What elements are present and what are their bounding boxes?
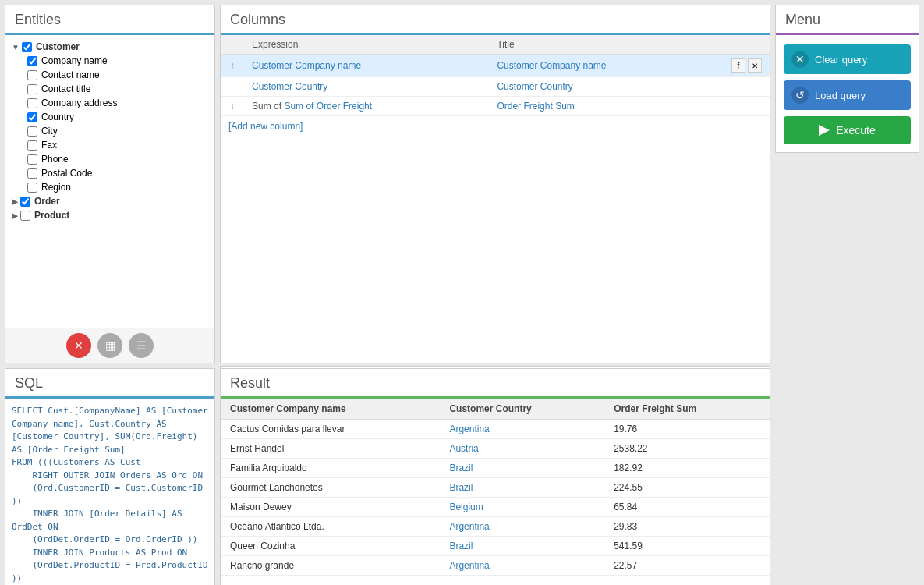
table-row: ↓ Sum of Sum of Order Freight Order Frei… [221, 97, 770, 116]
delete-button[interactable]: ✕ [66, 333, 91, 358]
entities-tree: ▼ Customer Company name Contact name Con… [5, 35, 214, 328]
result-country: Argentina [440, 420, 604, 439]
execute-label: Execute [836, 124, 876, 136]
checkbox-company-name[interactable] [27, 56, 37, 66]
checkbox-fax[interactable] [27, 140, 37, 151]
columns-button[interactable]: ☰ [129, 333, 154, 358]
sql-panel: SQL SELECT Cust.[CompanyName] AS [Custom… [5, 368, 215, 585]
execute-button[interactable]: Execute [784, 116, 911, 144]
col-title-header: Title [489, 35, 770, 55]
label-order: Order [34, 196, 60, 207]
load-icon: ↺ [791, 87, 809, 104]
sql-text: SELECT Cust.[CompanyName] AS [Customer C… [12, 405, 208, 585]
result-company: Ernst Handel [221, 439, 440, 459]
result-freight: 19.76 [604, 420, 770, 439]
customer-children: Company name Contact name Contact title … [9, 54, 211, 194]
tree-item-region[interactable]: Region [24, 180, 211, 194]
label-product: Product [34, 210, 69, 221]
result-freight: 29.83 [604, 517, 770, 537]
result-company: Océano Atlántico Ltda. [221, 517, 440, 537]
col-sort-header [221, 35, 244, 55]
label-company-address: Company address [41, 98, 117, 108]
columns-panel: Columns Expression Title ↑ Customer Comp… [220, 5, 770, 363]
result-company: Gourmet Lanchonetes [221, 478, 440, 498]
label-fax: Fax [41, 140, 57, 151]
tree-item-company-name[interactable]: Company name [24, 54, 211, 68]
of-label: of [274, 101, 284, 112]
checkbox-product[interactable] [20, 211, 30, 221]
label-phone: Phone [41, 154, 69, 165]
col-expression-1[interactable]: Customer Company name [244, 55, 489, 77]
table-row: Maison DeweyBelgium65.84 [221, 498, 770, 517]
load-query-button[interactable]: ↺ Load query [784, 80, 911, 110]
sql-content: SELECT Cust.[CompanyName] AS [Customer C… [5, 399, 214, 585]
tree-item-phone[interactable]: Phone [24, 152, 211, 166]
table-row: Rancho grandeArgentina22.57 [221, 556, 770, 576]
arrow-product: ▶ [12, 211, 18, 220]
result-freight: 65.84 [604, 498, 770, 517]
tree-item-city[interactable]: City [24, 124, 211, 138]
result-company: Queen Cozinha [221, 537, 440, 556]
sort-down-icon[interactable]: ↓ [221, 97, 244, 116]
menu-inner: Menu ✕ Clear query ↺ Load query Execute [775, 5, 919, 153]
checkbox-order[interactable] [20, 197, 30, 207]
tree-item-order[interactable]: ▶ Order [9, 194, 211, 208]
arrow-customer: ▼ [12, 43, 19, 51]
col-title-1: Customer Company name f ✕ [489, 55, 770, 77]
label-contact-name: Contact name [41, 69, 100, 80]
col-title-text-1: Customer Company name [497, 60, 606, 71]
label-city: City [41, 126, 58, 136]
entities-footer: ✕ ▦ ☰ [5, 328, 214, 363]
col-title-2: Customer Country [489, 77, 770, 97]
result-country: Brazil [440, 478, 604, 498]
tree-item-fax[interactable]: Fax [24, 138, 211, 152]
col-expression-3[interactable]: Sum of Sum of Order Freight [244, 97, 489, 116]
checkbox-postal-code[interactable] [27, 168, 37, 179]
customer-label: Customer [36, 41, 80, 52]
label-postal-code: Postal Code [41, 168, 92, 179]
tree-item-customer[interactable]: ▼ Customer [9, 40, 211, 54]
result-company: Rancho grande [221, 556, 440, 576]
table-row: Familia ArquibaldoBrazil182.92 [221, 459, 770, 478]
result-table-wrapper[interactable]: Customer Company name Customer Country O… [221, 399, 770, 585]
checkbox-contact-title[interactable] [27, 84, 37, 94]
clear-query-label: Clear query [815, 54, 867, 66]
tree-item-product[interactable]: ▶ Product [9, 208, 211, 222]
col-expression-header: Expression [244, 35, 489, 55]
checkbox-company-address[interactable] [27, 98, 37, 108]
clear-icon: ✕ [791, 51, 809, 68]
checkbox-phone[interactable] [27, 154, 37, 165]
sort-up-icon[interactable]: ↑ [221, 55, 244, 77]
menu-title: Menu [776, 5, 919, 35]
order-freight-link[interactable]: Sum of Order Freight [284, 101, 372, 112]
result-freight: 22.57 [604, 556, 770, 576]
result-header-country: Customer Country [440, 399, 604, 420]
add-column-link[interactable]: [Add new column] [221, 116, 770, 136]
label-company-name: Company name [41, 55, 108, 66]
clear-query-button[interactable]: ✕ Clear query [784, 44, 911, 74]
checkbox-contact-name[interactable] [27, 70, 37, 80]
result-header-company: Customer Company name [221, 399, 440, 420]
result-country: Belgium [440, 498, 604, 517]
play-icon [819, 125, 830, 136]
tree-item-company-address[interactable]: Company address [24, 96, 211, 110]
result-freight: 182.92 [604, 459, 770, 478]
tree-item-country[interactable]: Country [24, 110, 211, 124]
tree-item-contact-title[interactable]: Contact title [24, 82, 211, 96]
tree-item-postal-code[interactable]: Postal Code [24, 166, 211, 180]
result-company: Cactus Comidas para llevar [221, 420, 440, 439]
table-row: Customer Country Customer Country [221, 77, 770, 97]
sql-title: SQL [5, 369, 214, 399]
tree-item-contact-name[interactable]: Contact name [24, 68, 211, 82]
col-remove-btn-1[interactable]: ✕ [748, 58, 762, 73]
table-button[interactable]: ▦ [97, 333, 122, 358]
col-title-text-3: Order Freight Sum [497, 101, 574, 112]
sort-none-2 [221, 77, 244, 97]
col-func-btn-1[interactable]: f [731, 58, 745, 73]
checkbox-country[interactable] [27, 112, 37, 122]
result-country: Austria [440, 439, 604, 459]
col-expression-2[interactable]: Customer Country [244, 77, 489, 97]
checkbox-region[interactable] [27, 183, 37, 193]
checkbox-city[interactable] [27, 126, 37, 136]
checkbox-customer[interactable] [22, 42, 32, 52]
